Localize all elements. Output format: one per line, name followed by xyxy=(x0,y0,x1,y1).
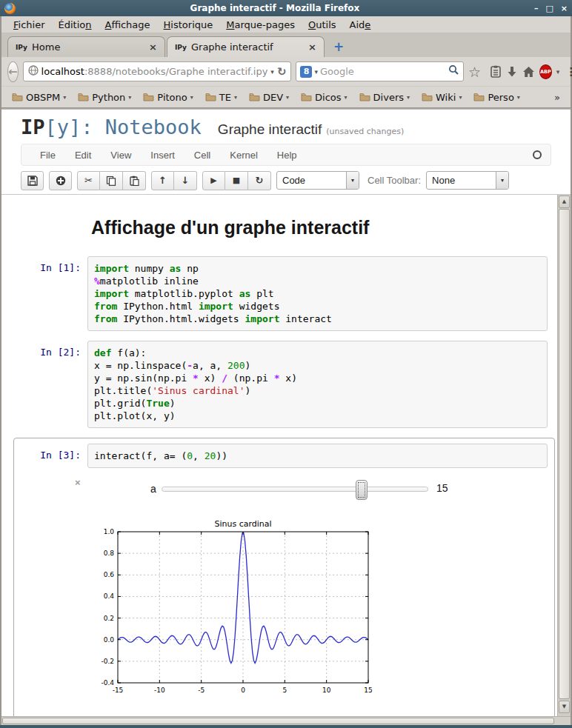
run-cell-button[interactable]: ▶ xyxy=(202,171,225,190)
magnifier-icon[interactable] xyxy=(448,64,459,79)
bookmark-folder-pitono[interactable]: Pitono▾ xyxy=(139,90,197,104)
menu-fichier[interactable]: Fichier xyxy=(7,18,51,32)
menu-affichage[interactable]: Affichage xyxy=(99,18,156,32)
cell-toolbar-select[interactable]: None ▾ xyxy=(426,171,509,190)
abp-dropdown-icon[interactable]: ▾ xyxy=(556,68,560,76)
back-button[interactable]: ← xyxy=(7,61,19,82)
firefox-window: Graphe interactif - Mozilla Firefox – □ … xyxy=(0,0,572,728)
kernel-indicator-icon xyxy=(533,150,542,159)
svg-text:-5: -5 xyxy=(198,687,204,694)
search-engine-dropdown-icon[interactable]: ▾ xyxy=(314,68,318,76)
code-line: from IPython.html import widgets xyxy=(94,300,541,313)
nb-menu-edit[interactable]: Edit xyxy=(65,150,101,161)
code-line: def f(a): xyxy=(94,347,541,359)
tab-home[interactable]: IPy Home × xyxy=(7,36,165,57)
url-dropdown-icon[interactable]: ▾ xyxy=(270,68,274,76)
chevron-down-icon: ▾ xyxy=(351,177,354,184)
home-icon[interactable] xyxy=(522,66,535,78)
folder-icon xyxy=(301,93,312,101)
svg-text:-0.4: -0.4 xyxy=(101,679,114,687)
bookmark-folder-dicos[interactable]: Dicos▾ xyxy=(296,90,352,104)
widget-close-icon[interactable]: × xyxy=(75,477,81,488)
hamburger-menu-icon[interactable]: ≡ xyxy=(568,64,572,79)
interrupt-kernel-button[interactable]: ■ xyxy=(225,171,248,190)
code-editor[interactable]: import numpy as np%matplotlib inlineimpo… xyxy=(87,256,548,331)
bookmark-folder-perso[interactable]: Perso▾ xyxy=(469,90,524,104)
nb-menu-help[interactable]: Help xyxy=(267,150,307,161)
code-cell-2: In [2]: def f(a): x = np.linspace(-a, a,… xyxy=(1,341,548,428)
minimize-button[interactable]: – xyxy=(534,4,539,13)
stop-icon: ■ xyxy=(233,176,240,185)
tab-close-icon[interactable]: × xyxy=(307,41,318,53)
nb-menu-file[interactable]: File xyxy=(30,150,65,161)
svg-text:Sinus cardinal: Sinus cardinal xyxy=(214,519,271,529)
bookmarks-overflow-chevron[interactable]: » xyxy=(554,92,565,103)
slider-handle[interactable] xyxy=(356,480,368,500)
url-bar[interactable]: localhost:8888/notebooks/Graphe interact… xyxy=(23,61,292,81)
menu-outils[interactable]: Outils xyxy=(302,18,342,32)
scroll-down-button[interactable]: ▼ xyxy=(559,701,570,713)
close-button[interactable]: × xyxy=(561,4,568,13)
bookmark-folder-wiki[interactable]: Wiki▾ xyxy=(417,90,466,104)
code-editor[interactable]: def f(a): x = np.linspace(-a, a, 200) y … xyxy=(87,341,548,428)
svg-text:-10: -10 xyxy=(154,687,165,694)
bookmarks-panel-icon[interactable] xyxy=(490,65,502,79)
nb-menu-kernel[interactable]: Kernel xyxy=(220,150,267,161)
scrollbar-thumb[interactable] xyxy=(559,209,570,699)
adblock-plus-icon[interactable]: ABP xyxy=(539,64,552,79)
horizontal-scrollbar[interactable] xyxy=(1,716,571,725)
move-cell-up-button[interactable]: ↑ xyxy=(151,171,174,190)
code-cell-3-selected[interactable]: In [3]: interact(f, a= (0, 20)) × a 15 -… xyxy=(13,438,555,716)
tab-graphe-interactif[interactable]: IPy Graphe interactif × xyxy=(167,36,325,57)
add-cell-button[interactable] xyxy=(49,171,72,190)
downloads-icon[interactable] xyxy=(506,66,518,78)
nb-menu-view[interactable]: View xyxy=(101,150,141,161)
new-tab-button[interactable]: + xyxy=(326,39,351,57)
folder-icon xyxy=(473,93,485,101)
bookmark-folder-te[interactable]: TE▾ xyxy=(201,90,242,104)
svg-text:-15: -15 xyxy=(113,687,124,694)
sinc-plot-figure: -15-10-5051015-0.4-0.20.00.20.40.60.81.0… xyxy=(91,518,388,705)
paste-icon xyxy=(129,176,139,186)
tab-close-icon[interactable]: × xyxy=(147,41,159,53)
cut-cell-button[interactable]: ✂ xyxy=(77,171,100,190)
reload-icon[interactable]: ↻ xyxy=(277,65,287,79)
scrollbar-thumb[interactable] xyxy=(2,718,554,724)
notebook-page: IP[y]: Notebook Graphe interactif (unsav… xyxy=(1,110,571,728)
svg-text:0.0: 0.0 xyxy=(104,636,115,644)
url-text[interactable]: localhost:8888/notebooks/Graphe interact… xyxy=(41,66,268,77)
bookmark-folder-obspm[interactable]: OBSPM▾ xyxy=(7,90,70,104)
google-logo-icon: 8 xyxy=(300,66,312,78)
ipython-notebook-logo[interactable]: IP[y]: Notebook xyxy=(21,116,202,138)
nb-menu-insert[interactable]: Insert xyxy=(141,150,184,161)
vertical-scrollbar[interactable]: ▲ ▼ xyxy=(557,195,571,716)
code-line: import matplotlib.pyplot as plt xyxy=(94,287,541,300)
code-editor[interactable]: interact(f, a= (0, 20)) xyxy=(87,444,548,468)
bookmark-folder-dev[interactable]: DEV▾ xyxy=(245,90,293,104)
paste-cell-button[interactable] xyxy=(123,171,146,190)
restart-kernel-button[interactable]: ↻ xyxy=(248,171,271,190)
menu-marque-pages[interactable]: Marque-pages xyxy=(220,18,301,32)
move-cell-down-button[interactable]: ↓ xyxy=(174,171,197,190)
menu-edition[interactable]: Édition xyxy=(53,18,98,32)
nb-menu-cell[interactable]: Cell xyxy=(184,150,220,161)
bookmark-star-icon[interactable]: ☆ xyxy=(468,64,481,80)
bookmark-folder-python[interactable]: Python▾ xyxy=(73,90,136,104)
menu-aide[interactable]: Aide xyxy=(344,18,377,32)
ipython-favicon-icon: IPy xyxy=(16,44,27,51)
input-prompt: In [1]: xyxy=(1,256,84,331)
arrow-down-icon: ↓ xyxy=(182,175,190,186)
maximize-button[interactable]: □ xyxy=(545,4,553,13)
menu-historique[interactable]: Historique xyxy=(158,18,219,32)
cell-type-select[interactable]: Code ▾ xyxy=(276,171,359,190)
search-input[interactable] xyxy=(320,66,446,77)
save-button[interactable] xyxy=(21,171,44,190)
slider-track[interactable] xyxy=(162,487,428,492)
scroll-up-button[interactable]: ▲ xyxy=(559,196,570,208)
notebook-title[interactable]: Graphe interactif xyxy=(218,121,322,138)
search-box[interactable]: 8 ▾ xyxy=(296,61,464,81)
code-line: import numpy as np xyxy=(94,262,541,275)
bookmark-folder-divers[interactable]: Divers▾ xyxy=(355,90,414,104)
copy-cell-button[interactable] xyxy=(100,171,123,190)
cell-toolbar-label: Cell Toolbar: xyxy=(368,175,421,186)
